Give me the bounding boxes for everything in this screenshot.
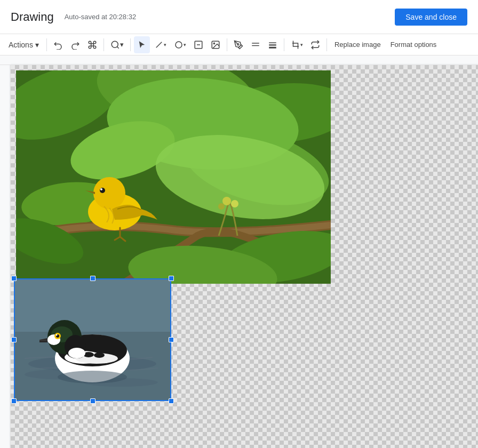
toolbar-divider-6 [326,38,327,51]
svg-point-38 [100,188,102,190]
svg-point-0 [111,41,118,47]
undo-icon [53,40,63,50]
line-icon [154,40,164,50]
line-weight-icon [268,40,277,50]
svg-rect-12 [269,44,276,45]
svg-rect-13 [269,46,276,48]
svg-point-50 [94,353,105,358]
textbox-icon [194,40,203,50]
app-title: Drawing [11,10,54,24]
canvas-area: for(let i=1;i<=17;i++){ const y = i*40; … [0,65,478,448]
flip-icon [310,40,320,50]
svg-point-34 [218,203,225,210]
shape-tool-button[interactable]: ▾ [171,36,189,53]
crop-icon [291,40,300,50]
toolbar-divider-4 [227,38,227,51]
pen-icon [234,40,243,50]
svg-point-56 [56,334,58,336]
actions-menu-button[interactable]: Actions ▾ [4,38,43,51]
svg-point-3 [176,42,182,48]
paint-format-button[interactable] [84,36,100,53]
svg-point-59 [68,348,85,358]
duck-image [14,278,171,401]
actions-label: Actions [9,41,33,49]
svg-rect-11 [269,42,276,43]
pen-tool-button[interactable] [230,36,246,53]
svg-line-1 [117,46,118,48]
autosave-status: Auto-saved at 20:28:32 [65,13,136,21]
svg-line-2 [156,42,162,47]
toolbar-divider-3 [130,38,131,51]
resize-handle-bottom-center[interactable] [90,398,95,404]
duck-image-container[interactable] [14,278,171,401]
svg-point-32 [222,197,231,205]
svg-point-37 [100,188,105,193]
drawing-canvas[interactable] [11,65,478,448]
resize-handle-bottom-left[interactable] [11,398,17,404]
crop-button[interactable]: ▾ [288,36,306,53]
svg-point-7 [213,43,214,44]
resize-handle-bottom-right[interactable] [169,398,174,404]
redo-icon [70,40,80,50]
crop-dropdown-icon: ▾ [300,42,303,47]
actions-dropdown-icon: ▾ [35,41,39,49]
resize-handle-middle-right[interactable] [169,337,174,342]
ruler-ticks-svg: for(let i=0;i<=25;i++){ const x = i*34; … [11,55,478,65]
ruler-inner: for(let i=0;i<=25;i++){ const x = i*34; … [0,55,478,65]
redo-button[interactable] [67,36,83,53]
resize-handle-top-left[interactable] [11,276,17,281]
image-tool-button[interactable] [208,36,224,53]
yellow-bird-svg [16,70,331,284]
text-tool-button[interactable] [190,36,206,53]
select-tool-button[interactable] [134,36,150,53]
ruler-vertical-svg: for(let i=1;i<=17;i++){ const y = i*40; … [0,65,11,448]
shape-dropdown-icon: ▾ [184,42,186,47]
line-dropdown-icon: ▾ [164,42,166,47]
toolbar-divider-1 [46,38,47,51]
format-options-button[interactable]: Format options [386,38,441,51]
resize-handle-top-center[interactable] [90,276,95,281]
duck-svg [14,278,171,401]
line-dash-icon [251,40,260,50]
horizontal-ruler: for(let i=0;i<=25;i++){ const x = i*34; … [0,55,478,65]
save-close-button[interactable]: Save and close [395,9,467,26]
zoom-button[interactable]: ▾ [107,36,127,53]
paint-format-icon [87,40,97,50]
resize-handle-top-right[interactable] [169,276,174,281]
toolbar-divider-2 [103,38,104,51]
resize-handle-middle-left[interactable] [11,337,17,342]
image-icon [211,40,220,50]
top-bar: Drawing Auto-saved at 20:28:32 Save and … [0,0,478,34]
flip-button[interactable] [307,36,323,53]
select-icon [137,40,147,50]
toolbar-divider-5 [284,38,284,51]
line-style-button[interactable] [248,36,264,53]
svg-point-36 [93,177,125,209]
replace-image-button[interactable]: Replace image [330,38,385,51]
svg-point-8 [237,43,239,45]
svg-point-33 [231,200,238,207]
vertical-ruler: for(let i=1;i<=17;i++){ const y = i*40; … [0,65,11,448]
undo-button[interactable] [50,36,66,53]
shape-icon [174,40,184,50]
line-tool-button[interactable]: ▾ [151,36,170,53]
line-weight-button[interactable] [265,36,281,53]
zoom-dropdown-icon: ▾ [120,41,124,49]
toolbar: Actions ▾ ▾ ▾ [0,34,478,55]
yellow-bird-image[interactable] [16,70,331,284]
top-bar-left: Drawing Auto-saved at 20:28:32 [11,10,136,24]
zoom-icon [110,40,120,50]
svg-point-60 [58,371,127,383]
